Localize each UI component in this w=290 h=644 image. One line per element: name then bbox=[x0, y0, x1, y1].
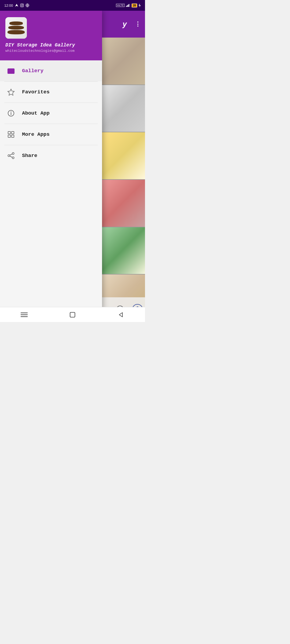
app-icon bbox=[5, 17, 27, 39]
svg-point-18 bbox=[11, 111, 12, 112]
svg-point-2 bbox=[21, 5, 23, 6]
status-bar: 12:00 VoLTE 28 bbox=[0, 0, 145, 11]
instagram-icon bbox=[20, 3, 24, 7]
app-email: whitecloudstechnologies@gmail.com bbox=[5, 49, 97, 53]
sidebar-item-about[interactable]: About App bbox=[0, 103, 102, 124]
sidebar-item-favorites[interactable]: Favorites bbox=[0, 82, 102, 103]
sidebar-item-gallery[interactable]: Gallery bbox=[0, 60, 102, 81]
gallery-icon bbox=[6, 66, 16, 75]
gallery-tile-4 bbox=[99, 180, 145, 227]
sidebar-item-share[interactable]: Share bbox=[0, 145, 102, 166]
svg-rect-8 bbox=[128, 4, 129, 7]
status-left: 12:00 bbox=[4, 3, 29, 8]
back-button[interactable] bbox=[113, 309, 129, 320]
nav-bar bbox=[0, 307, 145, 322]
home-button[interactable] bbox=[64, 309, 81, 320]
svg-rect-1 bbox=[20, 4, 24, 7]
favorites-label: Favorites bbox=[22, 89, 50, 95]
main-container: y ⋮ ℹ ✕ bbox=[0, 11, 145, 322]
svg-rect-20 bbox=[12, 131, 14, 134]
grid-icon bbox=[6, 130, 16, 139]
svg-marker-0 bbox=[15, 4, 18, 7]
navigation-icon bbox=[15, 3, 19, 7]
gallery-tile-2 bbox=[99, 85, 145, 133]
svg-line-26 bbox=[10, 154, 12, 155]
svg-rect-21 bbox=[8, 135, 10, 137]
svg-rect-6 bbox=[127, 5, 127, 7]
battery: 28 bbox=[132, 3, 137, 8]
svg-rect-5 bbox=[126, 6, 126, 7]
gallery-header-bg: y ⋮ bbox=[99, 11, 145, 38]
svg-marker-10 bbox=[139, 3, 141, 7]
svg-marker-15 bbox=[8, 89, 14, 95]
svg-rect-9 bbox=[129, 4, 130, 7]
gallery-label: Gallery bbox=[22, 68, 44, 74]
share-icon bbox=[6, 151, 16, 160]
gallery-tile-1 bbox=[99, 38, 145, 85]
sidebar-nav: Gallery Favorites bbox=[0, 60, 102, 322]
svg-line-27 bbox=[10, 156, 12, 158]
svg-rect-7 bbox=[128, 5, 128, 7]
gallery-tile-5 bbox=[99, 227, 145, 275]
svg-point-23 bbox=[12, 153, 14, 155]
svg-marker-32 bbox=[119, 313, 122, 317]
svg-rect-22 bbox=[12, 135, 14, 137]
status-right: VoLTE 28 bbox=[116, 3, 141, 8]
sidebar-drawer: DIY Storage Idea Gallery whitecloudstech… bbox=[0, 11, 102, 322]
gallery-title-bg: y bbox=[122, 20, 127, 28]
svg-point-24 bbox=[12, 157, 14, 159]
svg-point-14 bbox=[9, 70, 10, 71]
charging-icon bbox=[139, 3, 141, 7]
sidebar-item-more-apps[interactable]: More Apps bbox=[0, 124, 102, 145]
volte-badge: VoLTE bbox=[116, 4, 125, 7]
app-name: DIY Storage Idea Gallery bbox=[5, 42, 97, 48]
browser-icon bbox=[26, 3, 29, 7]
svg-point-25 bbox=[8, 155, 10, 157]
svg-rect-31 bbox=[70, 312, 75, 317]
info-icon bbox=[6, 109, 16, 118]
share-label: Share bbox=[22, 153, 37, 159]
svg-point-3 bbox=[23, 4, 23, 5]
sidebar-header: DIY Storage Idea Gallery whitecloudstech… bbox=[0, 11, 102, 60]
more-apps-label: More Apps bbox=[22, 131, 50, 137]
star-icon bbox=[6, 87, 16, 97]
svg-rect-19 bbox=[8, 131, 10, 134]
about-label: About App bbox=[22, 110, 50, 116]
menu-button[interactable] bbox=[16, 309, 32, 320]
gallery-tile-3 bbox=[99, 132, 145, 180]
gallery-background: y ⋮ ℹ ✕ bbox=[99, 11, 145, 322]
more-options-icon[interactable]: ⋮ bbox=[135, 21, 141, 28]
signal-icon bbox=[126, 4, 130, 7]
time: 12:00 bbox=[4, 3, 13, 8]
